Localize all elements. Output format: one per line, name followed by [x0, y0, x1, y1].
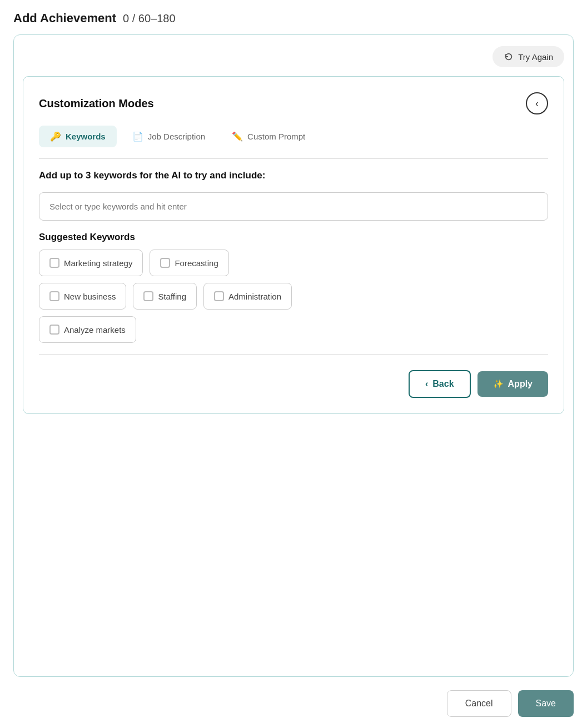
- keyword-label-new-business: New business: [64, 292, 116, 301]
- keywords-instruction: Add up to 3 keywords for the AI to try a…: [39, 170, 548, 181]
- keyword-label-administration: Administration: [228, 292, 281, 301]
- customization-modes-title: Customization Modes: [39, 97, 154, 110]
- checkbox-analyze-markets: [49, 325, 59, 335]
- keyword-label-analyze-markets: Analyze markets: [64, 325, 126, 335]
- keyword-input[interactable]: [39, 192, 548, 221]
- page-title: Add Achievement: [13, 11, 116, 26]
- keyword-label-marketing-strategy: Marketing strategy: [64, 258, 132, 268]
- footer-row: Cancel Save: [13, 690, 574, 717]
- pencil-icon: ✏️: [232, 131, 243, 142]
- keyword-label-forecasting: Forecasting: [175, 258, 218, 268]
- refresh-icon: [504, 52, 514, 62]
- save-button[interactable]: Save: [518, 690, 574, 717]
- wand-apply-icon: ✨: [493, 379, 504, 389]
- modes-row: 🔑 Keywords 📄 Job Description ✏️ Custom P…: [39, 126, 548, 147]
- checkbox-forecasting: [160, 258, 170, 268]
- mode-keywords-button[interactable]: 🔑 Keywords: [39, 126, 117, 147]
- header-row: Add Achievement 0 / 60–180: [13, 11, 574, 26]
- divider-actions: [39, 354, 548, 355]
- apply-button-label: Apply: [508, 379, 533, 389]
- mode-job-description-label: Job Description: [148, 132, 205, 141]
- save-button-label: Save: [536, 699, 556, 708]
- suggested-keywords-title: Suggested Keywords: [39, 232, 548, 243]
- suggested-keywords-section: Suggested Keywords Marketing strategy Fo…: [39, 232, 548, 343]
- back-circle-button[interactable]: ‹: [526, 92, 548, 114]
- keyword-row-1: Marketing strategy Forecasting: [39, 250, 548, 276]
- key-icon: 🔑: [50, 131, 61, 142]
- keyword-row-2: New business Staffing Administration: [39, 283, 548, 310]
- cancel-button[interactable]: Cancel: [447, 690, 511, 717]
- customization-header: Customization Modes ‹: [39, 92, 548, 114]
- document-icon: 📄: [132, 131, 143, 142]
- keyword-chip-staffing[interactable]: Staffing: [133, 283, 197, 310]
- back-button-label: Back: [432, 379, 454, 389]
- keyword-chip-marketing-strategy[interactable]: Marketing strategy: [39, 250, 143, 276]
- back-button[interactable]: ‹ Back: [409, 370, 471, 398]
- achievement-counter: 0 / 60–180: [123, 12, 176, 25]
- checkbox-administration: [214, 291, 224, 301]
- mode-custom-prompt-label: Custom Prompt: [247, 132, 305, 141]
- keyword-chip-analyze-markets[interactable]: Analyze markets: [39, 316, 136, 343]
- mode-custom-prompt-button[interactable]: ✏️ Custom Prompt: [221, 126, 316, 147]
- mode-job-description-button[interactable]: 📄 Job Description: [121, 126, 216, 147]
- keyword-row-3: Analyze markets: [39, 316, 548, 343]
- cancel-button-label: Cancel: [465, 699, 493, 708]
- checkbox-marketing-strategy: [49, 258, 59, 268]
- chevron-left-icon: ‹: [535, 98, 539, 109]
- apply-button[interactable]: ✨ Apply: [477, 371, 548, 397]
- action-row: ‹ Back ✨ Apply: [39, 366, 548, 398]
- keyword-chip-administration[interactable]: Administration: [203, 283, 292, 310]
- inner-card: Customization Modes ‹ 🔑 Keywords 📄 Job D…: [23, 76, 564, 414]
- checkbox-new-business: [49, 291, 59, 301]
- keyword-label-staffing: Staffing: [158, 292, 186, 301]
- try-again-row: Try Again: [23, 46, 564, 67]
- back-chevron-icon: ‹: [425, 379, 428, 389]
- mode-keywords-label: Keywords: [66, 132, 106, 141]
- keyword-grid: Marketing strategy Forecasting New busin…: [39, 250, 548, 343]
- keyword-chip-new-business[interactable]: New business: [39, 283, 126, 310]
- keyword-chip-forecasting[interactable]: Forecasting: [150, 250, 228, 276]
- divider-modes: [39, 158, 548, 159]
- outer-card: Try Again Customization Modes ‹ 🔑 Keywor…: [13, 34, 574, 677]
- checkbox-staffing: [143, 291, 153, 301]
- try-again-button[interactable]: Try Again: [493, 46, 564, 67]
